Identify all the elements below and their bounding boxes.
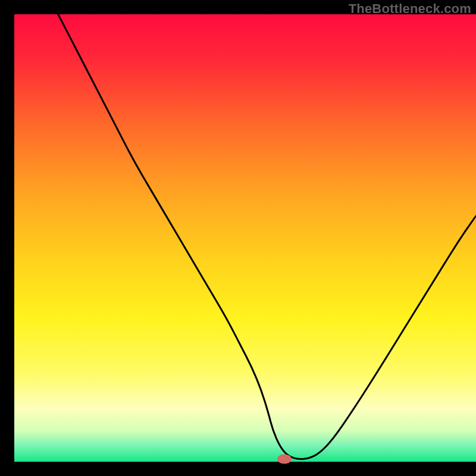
chart-svg (0, 0, 476, 476)
optimal-marker (277, 454, 292, 464)
plot-background (14, 14, 476, 462)
watermark-text: TheBottleneck.com (349, 1, 471, 17)
axis-left (0, 0, 14, 476)
bottleneck-chart: TheBottleneck.com (0, 0, 476, 476)
axis-bottom (0, 462, 476, 476)
